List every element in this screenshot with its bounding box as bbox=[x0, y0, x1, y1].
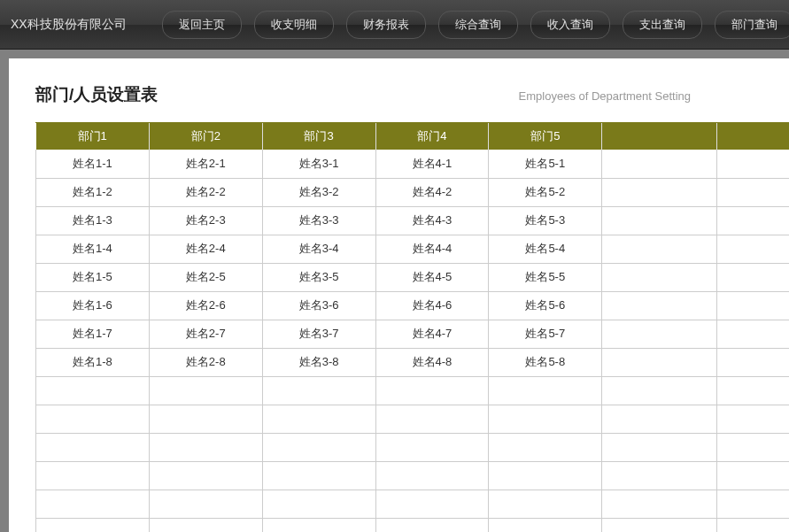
table-cell[interactable] bbox=[602, 235, 717, 263]
table-cell[interactable] bbox=[602, 405, 717, 433]
table-cell[interactable] bbox=[602, 518, 717, 532]
table-cell[interactable]: 姓名4-3 bbox=[375, 206, 489, 235]
table-cell[interactable] bbox=[602, 376, 717, 405]
table-cell[interactable]: 姓名2-5 bbox=[149, 263, 262, 291]
nav-home-button[interactable]: 返回主页 bbox=[162, 11, 242, 39]
table-cell[interactable] bbox=[717, 150, 789, 178]
nav-income-query-button[interactable]: 收入查询 bbox=[530, 11, 610, 39]
table-cell[interactable] bbox=[149, 405, 262, 433]
table-cell[interactable] bbox=[489, 376, 602, 405]
table-cell[interactable]: 姓名2-6 bbox=[149, 291, 262, 320]
table-cell[interactable] bbox=[149, 490, 262, 518]
table-cell[interactable] bbox=[36, 518, 150, 532]
nav-department-query-button[interactable]: 部门查询 bbox=[715, 11, 789, 39]
table-cell[interactable]: 姓名2-7 bbox=[149, 320, 262, 348]
table-cell[interactable] bbox=[36, 376, 150, 405]
table-cell[interactable]: 姓名3-6 bbox=[262, 291, 375, 320]
table-cell[interactable]: 姓名5-4 bbox=[489, 235, 602, 263]
table-cell[interactable] bbox=[602, 348, 717, 376]
table-cell[interactable] bbox=[36, 490, 150, 518]
table-cell[interactable] bbox=[489, 405, 602, 433]
table-cell[interactable] bbox=[375, 461, 489, 490]
table-cell[interactable] bbox=[262, 490, 375, 518]
table-cell[interactable]: 姓名1-2 bbox=[36, 178, 150, 206]
table-cell[interactable]: 姓名1-8 bbox=[36, 348, 150, 376]
table-cell[interactable] bbox=[375, 433, 489, 461]
table-cell[interactable]: 姓名1-4 bbox=[36, 235, 150, 263]
table-cell[interactable] bbox=[36, 433, 150, 461]
table-cell[interactable] bbox=[602, 291, 717, 320]
table-cell[interactable] bbox=[489, 490, 602, 518]
table-cell[interactable] bbox=[489, 518, 602, 532]
table-cell[interactable] bbox=[602, 263, 717, 291]
table-cell[interactable]: 姓名5-3 bbox=[489, 206, 602, 235]
table-cell[interactable]: 姓名3-7 bbox=[262, 320, 375, 348]
table-cell[interactable]: 姓名4-5 bbox=[375, 263, 489, 291]
table-cell[interactable]: 姓名4-7 bbox=[375, 320, 489, 348]
table-cell[interactable]: 姓名1-3 bbox=[36, 206, 150, 235]
table-cell[interactable] bbox=[149, 433, 262, 461]
table-cell[interactable]: 姓名1-7 bbox=[36, 320, 150, 348]
table-cell[interactable]: 姓名5-2 bbox=[489, 178, 602, 206]
table-cell[interactable]: 姓名4-6 bbox=[375, 291, 489, 320]
table-cell[interactable] bbox=[717, 320, 789, 348]
table-cell[interactable]: 姓名3-5 bbox=[262, 263, 375, 291]
table-cell[interactable]: 姓名4-8 bbox=[375, 348, 489, 376]
table-cell[interactable]: 姓名2-3 bbox=[149, 206, 262, 235]
table-cell[interactable] bbox=[262, 461, 375, 490]
table-cell[interactable] bbox=[149, 376, 262, 405]
table-cell[interactable] bbox=[602, 206, 717, 235]
nav-income-expense-detail-button[interactable]: 收支明细 bbox=[254, 11, 334, 39]
table-cell[interactable] bbox=[36, 461, 150, 490]
table-cell[interactable] bbox=[717, 348, 789, 376]
table-cell[interactable] bbox=[602, 433, 717, 461]
table-cell[interactable]: 姓名4-1 bbox=[375, 150, 489, 178]
table-cell[interactable] bbox=[375, 490, 489, 518]
table-cell[interactable] bbox=[602, 320, 717, 348]
table-cell[interactable]: 姓名2-8 bbox=[149, 348, 262, 376]
table-cell[interactable] bbox=[717, 291, 789, 320]
table-cell[interactable]: 姓名5-5 bbox=[489, 263, 602, 291]
table-cell[interactable]: 姓名2-1 bbox=[149, 150, 262, 178]
table-cell[interactable]: 姓名4-4 bbox=[375, 235, 489, 263]
table-cell[interactable]: 姓名3-8 bbox=[262, 348, 375, 376]
table-cell[interactable] bbox=[262, 376, 375, 405]
table-cell[interactable] bbox=[717, 235, 789, 263]
table-cell[interactable] bbox=[602, 150, 717, 178]
table-cell[interactable]: 姓名5-8 bbox=[489, 348, 602, 376]
table-cell[interactable] bbox=[36, 405, 150, 433]
table-cell[interactable] bbox=[375, 405, 489, 433]
table-cell[interactable] bbox=[717, 405, 789, 433]
table-cell[interactable] bbox=[717, 461, 789, 490]
table-cell[interactable] bbox=[375, 518, 489, 532]
table-cell[interactable]: 姓名2-4 bbox=[149, 235, 262, 263]
table-cell[interactable] bbox=[489, 461, 602, 490]
table-cell[interactable] bbox=[717, 490, 789, 518]
table-cell[interactable] bbox=[717, 433, 789, 461]
table-cell[interactable]: 姓名2-2 bbox=[149, 178, 262, 206]
table-cell[interactable] bbox=[717, 263, 789, 291]
table-cell[interactable]: 姓名1-1 bbox=[36, 150, 150, 178]
table-cell[interactable] bbox=[717, 376, 789, 405]
table-cell[interactable] bbox=[149, 461, 262, 490]
table-cell[interactable] bbox=[602, 178, 717, 206]
nav-financial-report-button[interactable]: 财务报表 bbox=[346, 11, 426, 39]
table-cell[interactable] bbox=[262, 518, 375, 532]
table-cell[interactable] bbox=[149, 518, 262, 532]
nav-expense-query-button[interactable]: 支出查询 bbox=[623, 11, 702, 39]
table-cell[interactable] bbox=[602, 490, 717, 518]
table-cell[interactable]: 姓名3-4 bbox=[262, 235, 375, 263]
table-cell[interactable] bbox=[717, 206, 789, 235]
table-cell[interactable]: 姓名1-6 bbox=[36, 291, 150, 320]
table-cell[interactable]: 姓名5-7 bbox=[489, 320, 602, 348]
table-cell[interactable]: 姓名3-3 bbox=[262, 206, 375, 235]
table-cell[interactable]: 姓名3-1 bbox=[262, 150, 375, 178]
table-cell[interactable]: 姓名5-1 bbox=[489, 150, 602, 178]
table-cell[interactable]: 姓名3-2 bbox=[262, 178, 375, 206]
table-cell[interactable] bbox=[375, 376, 489, 405]
table-cell[interactable] bbox=[602, 461, 717, 490]
table-cell[interactable] bbox=[717, 518, 789, 532]
table-cell[interactable]: 姓名1-5 bbox=[36, 263, 150, 291]
table-cell[interactable] bbox=[262, 405, 375, 433]
table-cell[interactable] bbox=[717, 178, 789, 206]
